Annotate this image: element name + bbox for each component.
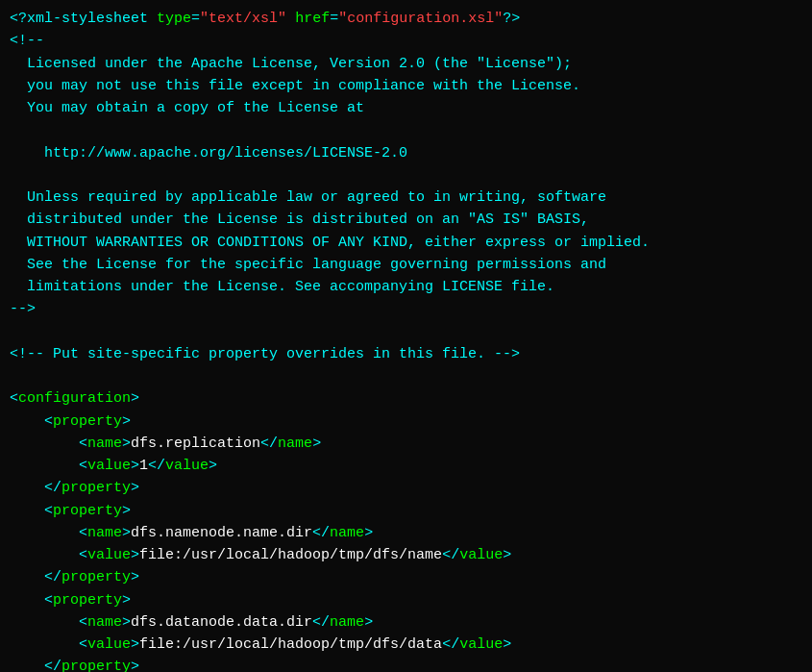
blank-line2 <box>10 365 802 387</box>
nn-val-open: < <box>79 547 87 563</box>
license-line4: Unless required by applicable law or agr… <box>10 187 802 209</box>
license-url-line: http://www.apache.org/licenses/LICENSE-2… <box>10 142 802 164</box>
comment-close-tag: --> <box>10 301 36 317</box>
nn-val-tag: value <box>87 547 131 563</box>
nn-name-close-bracket: > <box>122 525 131 541</box>
site-comment-line: <!-- Put site-specific property override… <box>10 343 802 365</box>
prop1-close-tag: </ <box>44 480 62 496</box>
license-text-6: WITHOUT WARRANTIES OR CONDITIONS OF ANY … <box>10 235 650 251</box>
replication-name-line: <name>dfs.replication</name> <box>10 433 802 455</box>
dn-val-close-bracket: > <box>131 636 139 653</box>
repl-val-close-bracket: > <box>131 458 139 474</box>
nn-name-tag: name <box>87 525 122 541</box>
namenode-value-line: <value>file:/usr/local/hadoop/tmp/dfs/na… <box>10 544 802 566</box>
nn-name-end-close: > <box>364 525 373 541</box>
license-text-7: See the License for the specific languag… <box>10 257 606 273</box>
property1-open: <property> <box>10 411 802 433</box>
license-text-8: limitations under the License. See accom… <box>10 279 554 295</box>
dn-name-close-bracket: > <box>122 614 131 631</box>
prop3-name-tag: property <box>53 592 122 609</box>
xml-decl-space1 <box>148 11 157 27</box>
repl-val-end-tag: </ <box>148 458 165 474</box>
dn-name-end-tag: </ <box>312 614 330 631</box>
dn-name-end-close: > <box>364 614 373 631</box>
nn-name-content: dfs.namenode.name.dir <box>131 525 312 541</box>
license-text-2: you may not use this file except in comp… <box>10 78 580 94</box>
config-name: configuration <box>18 390 131 407</box>
repl-name-end-tag: </ <box>260 436 278 452</box>
eq1: = <box>191 11 200 27</box>
license-text-5: distributed under the License is distrib… <box>10 212 589 228</box>
xml-declaration-line: <?xml-stylesheet type="text/xsl" href="c… <box>10 8 802 30</box>
property3-close: </property> <box>10 656 802 672</box>
repl-val-tag: value <box>87 458 131 474</box>
dn-val-content: file:/usr/local/hadoop/tmp/dfs/data <box>139 636 442 653</box>
prop2-name-tag: property <box>53 503 122 519</box>
repl-name-close-bracket: > <box>122 436 131 452</box>
replication-value-line: <value>1</value> <box>10 455 802 477</box>
config-open-line: <configuration> <box>10 387 802 410</box>
blank-line <box>10 321 802 343</box>
dn-name-end-name: name <box>330 614 364 631</box>
repl-name-end-close: > <box>312 436 321 452</box>
xml-decl-open: <? <box>10 11 27 27</box>
comment-open-tag: <!-- <box>10 33 44 49</box>
prop2-open-close: > <box>122 503 131 519</box>
repl-val-content: 1 <box>139 458 148 474</box>
repl-name-open: < <box>79 436 87 452</box>
license-text-4: Unless required by applicable law or agr… <box>10 189 606 206</box>
datanode-name-line: <name>dfs.datanode.data.dir</name> <box>10 611 802 634</box>
license-line6: WITHOUT WARRANTIES OR CONDITIONS OF ANY … <box>10 232 802 254</box>
comment-open-line: <!-- <box>10 30 802 52</box>
repl-name-end-name: name <box>278 436 312 452</box>
license-line1: Licensed under the Apache License, Versi… <box>10 53 802 75</box>
prop1-close-name: property <box>62 480 131 496</box>
repl-val-end-name: value <box>165 458 209 474</box>
repl-val-open: < <box>79 458 87 474</box>
href-attr: href <box>295 11 330 27</box>
license-line8: limitations under the License. See accom… <box>10 276 802 298</box>
dn-val-end-close: > <box>503 636 511 653</box>
nn-val-content: file:/usr/local/hadoop/tmp/dfs/name <box>139 547 442 563</box>
prop3-open-tag: < <box>44 592 53 609</box>
type-val: "text/xsl" <box>200 11 286 27</box>
prop1-name-tag: property <box>53 413 122 430</box>
repl-name-tag: name <box>87 436 122 452</box>
prop2-close-end: > <box>131 569 139 585</box>
license-text-3: You may obtain a copy of the License at <box>10 100 364 116</box>
license-url: http://www.apache.org/licenses/LICENSE-2… <box>10 145 407 162</box>
prop2-open-tag: < <box>44 503 53 519</box>
dn-name-open: < <box>79 614 87 631</box>
repl-name-content: dfs.replication <box>131 436 260 452</box>
xml-decl-space2 <box>286 11 295 27</box>
property2-open: <property> <box>10 500 802 522</box>
license-blank1 <box>10 119 802 141</box>
license-line2: you may not use this file except in comp… <box>10 75 802 97</box>
config-close-bracket: > <box>131 390 139 407</box>
prop3-close-end: > <box>131 659 139 672</box>
nn-val-end-tag: </ <box>442 547 459 563</box>
property2-close: </property> <box>10 566 802 588</box>
nn-val-close-bracket: > <box>131 547 139 563</box>
property1-close: </property> <box>10 477 802 499</box>
datanode-value-line: <value>file:/usr/local/hadoop/tmp/dfs/da… <box>10 634 802 656</box>
dn-val-end-name: value <box>459 636 503 653</box>
code-editor: <?xml-stylesheet type="text/xsl" href="c… <box>10 8 802 672</box>
property3-open: <property> <box>10 589 802 611</box>
dn-name-tag: name <box>87 614 122 631</box>
prop2-close-name: property <box>62 569 131 585</box>
xml-decl-tag: xml-stylesheet <box>27 11 148 27</box>
type-attr: type <box>157 11 191 27</box>
license-line7: See the License for the specific languag… <box>10 254 802 276</box>
site-comment: <!-- Put site-specific property override… <box>10 346 520 362</box>
repl-val-end-close: > <box>209 458 217 474</box>
config-open-tag: < <box>10 390 18 407</box>
nn-name-end-tag: </ <box>312 525 330 541</box>
comment-close-line: --> <box>10 298 802 320</box>
namenode-name-line: <name>dfs.namenode.name.dir</name> <box>10 522 802 544</box>
prop1-open-tag: < <box>44 413 53 430</box>
prop3-close-tag: </ <box>44 659 62 672</box>
prop1-close-end: > <box>131 480 139 496</box>
prop2-close-tag: </ <box>44 569 62 585</box>
nn-name-open: < <box>79 525 87 541</box>
